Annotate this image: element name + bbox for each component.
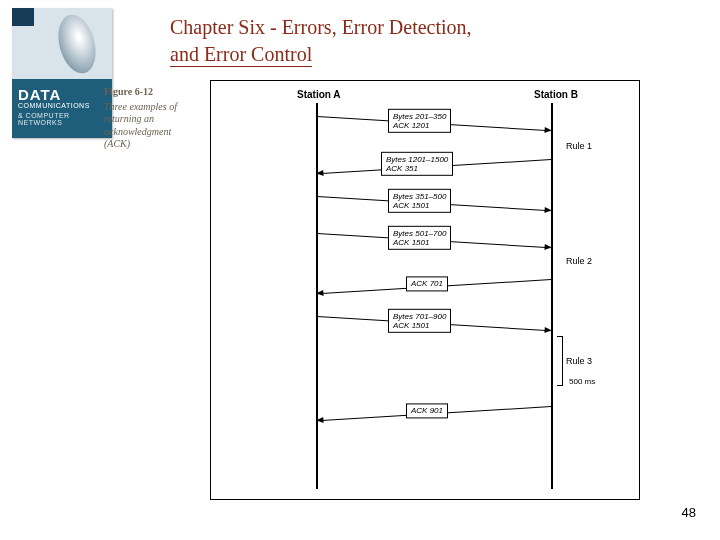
message-box: Bytes 201–350 ACK 1201 <box>388 109 451 133</box>
message-text: Bytes 501–700 <box>393 229 446 238</box>
delay-bracket <box>557 336 563 386</box>
book-title-line3: & COMPUTER NETWORKS <box>18 112 112 126</box>
figure-number: Figure 6-12 <box>104 86 199 99</box>
book-cover-thumbnail: DATA COMMUNICATIONS & COMPUTER NETWORKS <box>12 8 112 138</box>
message-text: Bytes 351–500 <box>393 192 446 201</box>
message-box: ACK 701 <box>406 276 448 291</box>
satellite-dish-icon <box>52 10 101 77</box>
rule-label: Rule 1 <box>566 141 592 151</box>
message-text: Bytes 201–350 <box>393 112 446 121</box>
rule-label: Rule 3 <box>566 356 592 366</box>
message-text: Bytes 1201–1500 <box>386 155 448 164</box>
station-a-label: Station A <box>297 89 341 100</box>
rule-label: Rule 2 <box>566 256 592 266</box>
book-spine <box>12 8 34 26</box>
message-box: Bytes 1201–1500 ACK 351 <box>381 152 453 176</box>
book-title-line1: DATA <box>18 86 61 103</box>
message-text: ACK 901 <box>411 406 443 415</box>
book-title-line2: COMMUNICATIONS <box>18 102 90 109</box>
message-text: ACK 1201 <box>393 121 429 130</box>
chapter-title: Chapter Six - Errors, Error Detection, a… <box>170 14 550 68</box>
message-text: ACK 1501 <box>393 201 429 210</box>
message-box: Bytes 701–900 ACK 1501 <box>388 309 451 333</box>
sequence-diagram: Station A Station B Bytes 201–350 ACK 12… <box>210 80 640 500</box>
figure-description: Three examples of returning an acknowled… <box>104 101 177 150</box>
message-box: Bytes 501–700 ACK 1501 <box>388 226 451 250</box>
delay-label: 500 ms <box>569 377 595 386</box>
station-b-label: Station B <box>534 89 578 100</box>
timeline-b <box>551 103 553 489</box>
page-number: 48 <box>682 505 696 520</box>
message-text: ACK 701 <box>411 279 443 288</box>
message-text: ACK 1501 <box>393 321 429 330</box>
message-box: Bytes 351–500 ACK 1501 <box>388 189 451 213</box>
chapter-title-line2: and Error Control <box>170 43 312 67</box>
chapter-title-line1: Chapter Six - Errors, Error Detection, <box>170 16 472 38</box>
message-text: ACK 351 <box>386 164 418 173</box>
message-text: ACK 1501 <box>393 238 429 247</box>
message-text: Bytes 701–900 <box>393 312 446 321</box>
message-box: ACK 901 <box>406 403 448 418</box>
figure-caption: Figure 6-12 Three examples of returning … <box>104 86 199 151</box>
